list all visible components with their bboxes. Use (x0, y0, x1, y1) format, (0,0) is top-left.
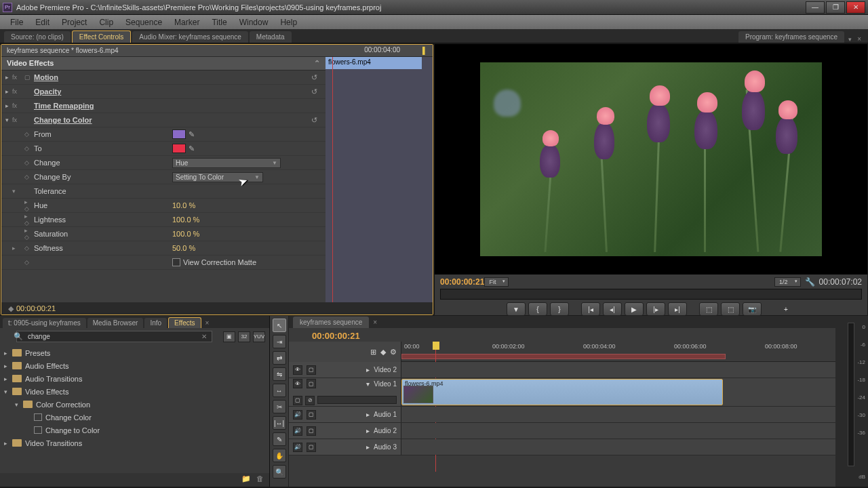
selection-tool[interactable]: ↖ (273, 319, 286, 332)
resolution-dropdown[interactable]: 1/2 (774, 277, 801, 287)
tree-video-effects[interactable]: ▾Video Effects (0, 385, 269, 398)
fx-filter-icon[interactable]: ▣ (223, 331, 235, 342)
tab-metadata[interactable]: Metadata (250, 31, 292, 43)
menu-clip[interactable]: Clip (93, 16, 119, 29)
eye-icon[interactable]: 👁 (293, 379, 302, 388)
menu-help[interactable]: Help (274, 16, 303, 29)
fx-32bit-icon[interactable]: 32 (238, 331, 250, 342)
fx-yuv-icon[interactable]: YUV (253, 331, 265, 342)
effect-timecode[interactable]: 00:00:00:21 (16, 304, 56, 312)
eyedropper-icon[interactable]: ✎ (189, 144, 195, 153)
goto-out-button[interactable]: ▸| (668, 302, 687, 316)
program-scrubber[interactable] (440, 289, 862, 300)
reset-icon[interactable]: ↺ (311, 73, 317, 82)
effects-search-input[interactable] (16, 331, 212, 342)
time-remapping-row[interactable]: ▸fx Time Remapping (1, 99, 326, 113)
clear-search-icon[interactable]: ✕ (201, 333, 207, 340)
slip-tool[interactable]: |↔| (273, 416, 286, 430)
lift-button[interactable]: ⬚ (699, 302, 718, 316)
pen-tool[interactable]: ✎ (273, 432, 286, 446)
tree-presets[interactable]: ▸Presets (0, 346, 269, 359)
tab-project[interactable]: t: 0905-using keyframes (3, 318, 86, 328)
out-point-button[interactable]: } (550, 302, 569, 316)
menu-edit[interactable]: Edit (29, 16, 56, 29)
menu-marker[interactable]: Marker (168, 16, 205, 29)
rolling-tool[interactable]: ⇋ (273, 367, 286, 381)
reset-icon[interactable]: ↺ (311, 87, 317, 96)
speaker-icon[interactable]: 🔊 (293, 443, 302, 452)
timeline-tab[interactable]: keyframes sequence (293, 317, 369, 328)
tolerance-row[interactable]: ▾ Tolerance (1, 184, 326, 199)
export-frame-button[interactable]: 📷 (743, 302, 762, 316)
eyedropper-icon[interactable]: ✎ (189, 130, 195, 139)
lightness-value[interactable]: 100.0 % (172, 216, 199, 224)
step-fwd-button[interactable]: |▸ (646, 302, 665, 316)
eye-icon[interactable]: 👁 (293, 365, 302, 375)
mark-in-button[interactable]: ▼ (507, 302, 526, 316)
hue-value[interactable]: 10.0 % (172, 201, 195, 209)
toggle-anim-icon[interactable]: ◆ (8, 304, 14, 313)
view-matte-checkbox[interactable] (172, 258, 180, 266)
lock-icon[interactable]: ▢ (307, 365, 316, 375)
work-area-bar[interactable] (401, 354, 726, 359)
rate-tool[interactable]: ↔ (273, 384, 286, 397)
timeline-tab-close-icon[interactable]: × (370, 319, 380, 326)
zoom-tool[interactable]: 🔍 (273, 465, 286, 479)
track-keyframe-button[interactable] (317, 396, 397, 404)
menu-title[interactable]: Title (205, 16, 233, 29)
snap-icon[interactable]: ⊞ (370, 348, 376, 357)
menu-sequence[interactable]: Sequence (119, 16, 168, 29)
tree-video-transitions[interactable]: ▸Video Transitions (0, 436, 269, 449)
tab-info[interactable]: Info (144, 318, 167, 328)
wrench-icon[interactable]: 🔧 (805, 277, 815, 287)
tree-change-color[interactable]: Change Color (0, 411, 269, 424)
mini-playhead-icon[interactable]: ▌ (422, 47, 427, 54)
add-button[interactable]: + (776, 302, 795, 316)
change-by-dropdown[interactable]: Setting To Color▼ (172, 172, 263, 182)
hand-tool[interactable]: ✋ (273, 449, 286, 462)
change-to-color-row[interactable]: ▾fx Change to Color ↺ (1, 113, 326, 127)
fit-dropdown[interactable]: Fit (484, 277, 509, 287)
effect-keyframe-area[interactable]: flowers-6.mp4 (326, 57, 433, 302)
play-button[interactable]: ▶ (625, 302, 644, 316)
tree-audio-transitions[interactable]: ▸Audio Transitions (0, 372, 269, 385)
program-timecode-left[interactable]: 00:00:00:21 (440, 277, 484, 287)
speaker-icon[interactable]: 🔊 (293, 426, 302, 436)
timeline-playhead[interactable] (433, 342, 439, 350)
tab-media-browser[interactable]: Media Browser (87, 318, 144, 328)
from-swatch[interactable] (172, 129, 186, 139)
tree-audio-effects[interactable]: ▸Audio Effects (0, 359, 269, 372)
menu-window[interactable]: Window (233, 16, 275, 29)
program-close-icon[interactable]: × (854, 35, 864, 43)
program-viewport[interactable] (435, 44, 867, 274)
tab-effects[interactable]: Effects (168, 317, 201, 328)
close-button[interactable]: ✕ (846, 1, 865, 14)
lock-icon[interactable]: ▢ (307, 379, 316, 388)
delete-icon[interactable]: 🗑 (256, 474, 264, 485)
softness-value[interactable]: 50.0 % (172, 244, 195, 252)
tree-color-correction[interactable]: ▾Color Correction (0, 398, 269, 411)
tab-audio-mixer[interactable]: Audio Mixer: keyframes sequence (132, 31, 248, 43)
timeline-ruler[interactable]: 00:00 00:00:02:00 00:00:04:00 00:00:06:0… (401, 342, 835, 362)
step-back-button[interactable]: ◂| (603, 302, 622, 316)
tab-close-icon[interactable]: × (203, 318, 212, 328)
marker-icon[interactable]: ◆ (380, 348, 386, 357)
minimize-button[interactable]: — (806, 1, 825, 14)
menu-file[interactable]: File (4, 16, 29, 29)
keyframe-playhead[interactable] (332, 57, 333, 302)
tree-change-to-color[interactable]: Change to Color (0, 424, 269, 436)
motion-row[interactable]: ▸fx▢ Motion ↺ (1, 70, 326, 85)
extract-button[interactable]: ⬚ (721, 302, 740, 316)
maximize-button[interactable]: ❐ (826, 1, 845, 14)
tab-effect-controls[interactable]: Effect Controls (72, 30, 131, 43)
ripple-tool[interactable]: ⇄ (273, 351, 286, 365)
track-select-tool[interactable]: ⇥ (273, 335, 286, 348)
goto-in-button[interactable]: |◂ (581, 302, 600, 316)
clip-flowers[interactable]: flowers-6.mp4 (401, 379, 723, 405)
reset-icon[interactable]: ↺ (311, 116, 317, 125)
speaker-icon[interactable]: 🔊 (293, 410, 302, 420)
settings-icon[interactable]: ⚙ (390, 348, 397, 357)
program-dropdown-icon[interactable]: ▾ (846, 36, 854, 43)
saturation-value[interactable]: 100.0 % (172, 230, 199, 238)
in-point-button[interactable]: { (528, 302, 547, 316)
